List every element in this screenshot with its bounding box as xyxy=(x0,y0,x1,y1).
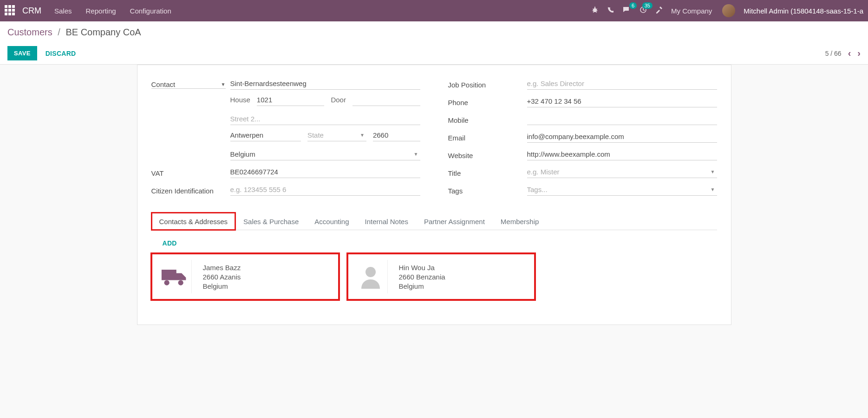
contact-line2: 2660 Benzania xyxy=(399,273,445,281)
nav-reporting[interactable]: Reporting xyxy=(86,7,116,15)
tab-notes[interactable]: Internal Notes xyxy=(357,212,416,230)
contact-card[interactable]: Hin Wou Ja 2660 Benzania Belgium xyxy=(347,253,535,300)
website-label: Website xyxy=(448,150,527,159)
messages-icon[interactable]: 6 xyxy=(623,6,631,15)
door-label: Door xyxy=(331,94,346,106)
tags-input[interactable] xyxy=(527,184,717,195)
sheet-wrap: Contact ▼ House Door xyxy=(0,65,868,325)
left-column: Contact ▼ House Door xyxy=(151,76,420,200)
vat-input[interactable] xyxy=(230,166,420,178)
truck-icon xyxy=(158,260,192,293)
person-icon xyxy=(354,260,388,293)
pager-prev-icon[interactable]: ‹ xyxy=(848,48,851,59)
tab-membership[interactable]: Membership xyxy=(493,212,547,230)
job-input[interactable] xyxy=(527,78,717,90)
svg-point-4 xyxy=(365,267,376,277)
svg-point-0 xyxy=(593,8,597,12)
tab-accounting[interactable]: Accounting xyxy=(307,212,357,230)
nav-links: Sales Reporting Configuration xyxy=(54,7,591,15)
brand[interactable]: CRM xyxy=(22,6,41,16)
tab-contacts[interactable]: Contacts & Addresses xyxy=(151,212,236,230)
contact-line2: 2660 Azanis xyxy=(203,273,241,281)
house-label: House xyxy=(230,94,250,106)
user-menu[interactable]: Mitchell Admin (15804148-saas-15-1-a xyxy=(744,7,863,15)
header-area: Customers / BE Company CoA SAVE DISCARD … xyxy=(0,21,868,65)
activities-badge: 35 xyxy=(642,2,653,9)
email-input[interactable] xyxy=(527,131,717,143)
pager: 5 / 66 ‹ › xyxy=(825,48,861,59)
pager-next-icon[interactable]: › xyxy=(857,48,861,59)
nav-configuration[interactable]: Configuration xyxy=(130,7,171,15)
country-select[interactable] xyxy=(230,148,420,160)
contact-type-select[interactable]: Contact xyxy=(151,80,176,88)
activities-icon[interactable]: 35 xyxy=(640,6,647,15)
contact-line3: Belgium xyxy=(203,282,241,290)
contact-name: James Bazz xyxy=(203,264,241,272)
city-input[interactable] xyxy=(230,129,301,141)
discard-button[interactable]: DISCARD xyxy=(46,50,76,57)
street2-input[interactable] xyxy=(230,113,420,125)
phone-icon[interactable] xyxy=(607,6,614,15)
tab-body-contacts: ADD James Bazz 2660 Azanis Belgium xyxy=(151,230,717,300)
right-column: Job Position Phone Mobile Email Website xyxy=(448,76,717,200)
street-input[interactable] xyxy=(230,78,420,90)
state-select[interactable] xyxy=(307,129,366,141)
caret-down-icon: ▼ xyxy=(221,82,226,87)
topbar: CRM Sales Reporting Configuration 6 35 M… xyxy=(0,0,868,21)
citizen-label: Citizen Identification xyxy=(151,185,230,195)
pager-text[interactable]: 5 / 66 xyxy=(825,50,842,57)
add-contact-button[interactable]: ADD xyxy=(163,239,177,247)
tags-label: Tags xyxy=(448,185,527,195)
zip-input[interactable] xyxy=(373,129,420,141)
citizen-input[interactable] xyxy=(230,184,420,196)
mobile-label: Mobile xyxy=(448,114,527,124)
email-label: Email xyxy=(448,132,527,142)
contact-line3: Belgium xyxy=(399,282,445,290)
breadcrumb-current: BE Company CoA xyxy=(65,27,141,37)
vat-label: VAT xyxy=(151,167,230,177)
mobile-input[interactable] xyxy=(527,113,717,125)
door-input[interactable] xyxy=(352,94,420,106)
svg-point-3 xyxy=(178,280,183,285)
phone-label: Phone xyxy=(448,97,527,106)
house-input[interactable] xyxy=(257,94,325,106)
svg-point-2 xyxy=(164,280,170,285)
contact-name: Hin Wou Ja xyxy=(399,264,445,272)
tab-partner[interactable]: Partner Assignment xyxy=(416,212,493,230)
form-sheet: Contact ▼ House Door xyxy=(137,65,731,325)
tabs: Contacts & Addresses Sales & Purchase Ac… xyxy=(151,212,717,230)
title-label: Title xyxy=(448,167,527,177)
messages-badge: 6 xyxy=(629,2,637,9)
contact-card[interactable]: James Bazz 2660 Azanis Belgium xyxy=(151,253,339,300)
website-input[interactable] xyxy=(527,148,717,160)
avatar[interactable] xyxy=(722,4,735,17)
breadcrumb-root[interactable]: Customers xyxy=(7,27,52,37)
company-switcher[interactable]: My Company xyxy=(671,7,712,15)
save-button[interactable]: SAVE xyxy=(7,46,37,60)
phone-input[interactable] xyxy=(527,95,717,107)
apps-icon[interactable] xyxy=(5,5,16,16)
job-label: Job Position xyxy=(448,79,527,89)
breadcrumb: Customers / BE Company CoA xyxy=(7,27,861,38)
bug-icon[interactable] xyxy=(591,6,599,15)
tools-icon[interactable] xyxy=(655,6,663,15)
form-columns: Contact ▼ House Door xyxy=(151,76,717,200)
nav-sales[interactable]: Sales xyxy=(54,7,72,15)
contact-type-row: Contact ▼ xyxy=(151,76,420,91)
title-select[interactable] xyxy=(527,166,717,178)
contact-cards: James Bazz 2660 Azanis Belgium Hin Wou J… xyxy=(151,253,717,300)
topbar-right: 6 35 My Company Mitchell Admin (15804148… xyxy=(591,4,863,17)
tab-sales[interactable]: Sales & Purchase xyxy=(235,212,307,230)
actions-row: SAVE DISCARD 5 / 66 ‹ › xyxy=(7,46,861,60)
